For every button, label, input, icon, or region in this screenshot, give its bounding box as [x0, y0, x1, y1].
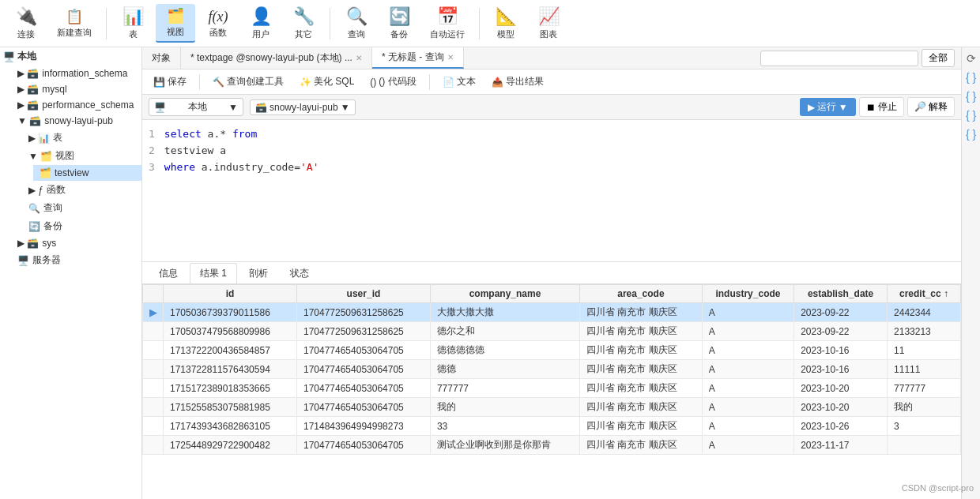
sidebar: 🖥️ 本地 ▶ 🗃️ information_schema ▶ 🗃️ mysql… — [0, 47, 142, 499]
sidebar-views-children: 🗂️ testview — [22, 165, 141, 181]
sidebar-item-testview[interactable]: 🗂️ testview — [33, 165, 141, 181]
table-row[interactable]: 17137228115764305941704774654053064705德德… — [143, 360, 961, 379]
build-btn[interactable]: 🔨 查询创建工具 — [208, 73, 288, 90]
toolbar-chart[interactable]: 📈 图表 — [529, 3, 568, 43]
tab-search-input[interactable] — [760, 51, 918, 66]
sidebar-label-snowy: snowy-layui-pub — [44, 115, 113, 126]
code-btn[interactable]: () () 代码段 — [365, 73, 420, 90]
th-industry_code[interactable]: industry_code — [702, 285, 793, 303]
sidebar-item-queries[interactable]: 🔍 查询 — [22, 199, 141, 217]
save-btn[interactable]: 💾 保存 — [149, 73, 191, 90]
table-row[interactable]: 1717439343682863105171484396499499827333… — [143, 417, 961, 436]
rp-btn-3[interactable]: { } — [963, 88, 979, 104]
row-indicator — [143, 417, 164, 436]
content-area: 对象 * textpage @snowy-layui-pub (本地) ... … — [142, 47, 961, 499]
db-connection-select[interactable]: 🗃️ snowy-layui-pub ▼ — [250, 99, 356, 115]
local-connection-select[interactable]: 🖥️ 本地 ▼ — [149, 98, 243, 116]
tab-search-all-btn[interactable]: 全部 — [922, 49, 955, 67]
tab-textpage-close[interactable]: ✕ — [356, 54, 362, 62]
th-id[interactable]: id — [164, 285, 297, 303]
cell-credit_cc: 2133213 — [888, 322, 961, 341]
results-tab-status[interactable]: 状态 — [280, 263, 319, 283]
table-row[interactable]: ▶17050367393790115861704772509631258625大… — [143, 303, 961, 322]
sidebar-label-queries: 查询 — [43, 201, 62, 215]
toolbar-sep-1 — [106, 8, 107, 39]
rp-btn-4[interactable]: { } — [963, 107, 979, 123]
sidebar-item-backups[interactable]: 🔄 备份 — [22, 217, 141, 235]
stop-icon: ⏹ — [866, 102, 876, 113]
code-line-3: where a.industry_code='A' — [164, 159, 955, 176]
str-a: 'A' — [300, 161, 318, 173]
tab-textpage[interactable]: * textpage @snowy-layui-pub (本地) ... ✕ — [181, 47, 372, 69]
toolbar-other[interactable]: 🔧 其它 — [284, 3, 323, 43]
results-table-container[interactable]: id user_id company_name area_code indust… — [142, 284, 961, 499]
toolbar-view[interactable]: 🗂️ 视图 — [156, 4, 195, 43]
beautify-icon: ✨ — [300, 77, 311, 88]
editor-area[interactable]: 1 2 3 select a.* from testview a where a… — [142, 120, 961, 262]
cell-id: 1717439343682863105 — [164, 417, 297, 436]
toolbar-backup[interactable]: 🔄 备份 — [379, 3, 419, 43]
toolbar-model[interactable]: 📐 模型 — [486, 3, 526, 43]
db-icon-snowy: ▼ 🗃️ — [17, 115, 41, 126]
sidebar-item-information_schema[interactable]: ▶ 🗃️ information_schema — [11, 66, 141, 81]
sidebar-item-performance_schema[interactable]: ▶ 🗃️ performance_schema — [11, 97, 141, 113]
cell-company_name: 德尔之和 — [430, 322, 579, 341]
table-row[interactable]: 17152558530758819851704774654053064705我的… — [143, 398, 961, 417]
sidebar-item-server[interactable]: 🖥️ 服务器 — [11, 251, 141, 269]
table-row[interactable]: 17137222004365848571704774654053064705德德… — [143, 341, 961, 360]
chart-icon: 📈 — [538, 6, 560, 27]
toolbar-new-query[interactable]: 📋 新建查询 — [49, 5, 100, 42]
stop-button[interactable]: ⏹ 停止 — [859, 97, 904, 117]
main-toolbar: 🔌 连接 📋 新建查询 📊 表 🗂️ 视图 f(x) 函数 👤 用户 🔧 其它 … — [0, 0, 980, 47]
sidebar-item-sys[interactable]: ▶ 🗃️ sys — [11, 235, 141, 251]
cell-industry_code: A — [702, 360, 793, 379]
sidebar-local-header[interactable]: 🖥️ 本地 — [0, 47, 141, 66]
save-label: 保存 — [168, 75, 187, 88]
line-num-1: 1 — [149, 126, 155, 143]
cell-establish_date: 2023-10-16 — [794, 360, 888, 379]
beautify-btn[interactable]: ✨ 美化 SQL — [295, 73, 359, 90]
explain-button[interactable]: 🔎 解释 — [907, 97, 955, 117]
table-expand-icon: ▶ 📊 — [28, 133, 50, 144]
tab-object[interactable]: 对象 — [142, 47, 181, 69]
toolbar-user[interactable]: 👤 用户 — [241, 3, 281, 43]
tab-query-close[interactable]: ✕ — [447, 53, 454, 62]
table-row[interactable]: 1715172389018353665170477465405306470577… — [143, 379, 961, 398]
rp-btn-1[interactable]: ⟳ — [963, 51, 979, 66]
th-area_code[interactable]: area_code — [580, 285, 703, 303]
run-dropdown-icon: ▼ — [839, 102, 848, 113]
export-btn[interactable]: 📤 导出结果 — [487, 73, 548, 90]
table-row[interactable]: 17050374795688099861704772509631258625德尔… — [143, 322, 961, 341]
cell-establish_date: 2023-10-16 — [794, 341, 888, 360]
sidebar-item-mysql[interactable]: ▶ 🗃️ mysql — [11, 81, 141, 97]
toolbar-connect[interactable]: 🔌 连接 — [6, 3, 46, 43]
sidebar-item-tables[interactable]: ▶ 📊 表 — [22, 129, 141, 147]
rp-btn-5[interactable]: { } — [963, 126, 979, 142]
results-tabs-bar: 信息 结果 1 剖析 状态 — [142, 262, 961, 284]
sidebar-item-functions[interactable]: ▶ ƒ 函数 — [22, 181, 141, 199]
results-tab-result1[interactable]: 结果 1 — [190, 263, 237, 283]
toolbar-autorun[interactable]: 📅 自动运行 — [422, 3, 473, 43]
sidebar-item-views[interactable]: ▼ 🗂️ 视图 — [22, 147, 141, 165]
run-button[interactable]: ▶ 运行 ▼ — [800, 98, 856, 116]
th-credit_cc[interactable]: credit_cc ↑ — [888, 285, 961, 303]
toolbar-query[interactable]: 🔍 查询 — [337, 3, 376, 43]
results-tab-profile[interactable]: 剖析 — [239, 263, 278, 283]
results-tab-info[interactable]: 信息 — [149, 263, 188, 283]
th-company_name[interactable]: company_name — [430, 285, 579, 303]
sidebar-label-server: 服务器 — [32, 253, 61, 267]
tab-query[interactable]: * 无标题 - 查询 ✕ — [372, 47, 464, 69]
table-row[interactable]: 17254489297229004821704774654053064705测试… — [143, 436, 961, 455]
text-btn[interactable]: 📄 文本 — [438, 73, 481, 90]
toolbar-query-label: 查询 — [348, 28, 365, 40]
th-user_id[interactable]: user_id — [296, 285, 430, 303]
th-establish_date[interactable]: establish_date — [794, 285, 888, 303]
main-area: 🖥️ 本地 ▶ 🗃️ information_schema ▶ 🗃️ mysql… — [0, 47, 980, 499]
kw-where: where — [164, 161, 195, 173]
toolbar-table[interactable]: 📊 表 — [113, 3, 153, 43]
toolbar-model-label: 模型 — [497, 28, 514, 40]
rp-btn-2[interactable]: { } — [963, 69, 979, 85]
tab-textpage-label: * textpage @snowy-layui-pub (本地) ... — [190, 51, 352, 65]
sidebar-item-snowy-layui-pub[interactable]: ▼ 🗃️ snowy-layui-pub — [11, 113, 141, 129]
toolbar-function[interactable]: f(x) 函数 — [198, 6, 238, 42]
